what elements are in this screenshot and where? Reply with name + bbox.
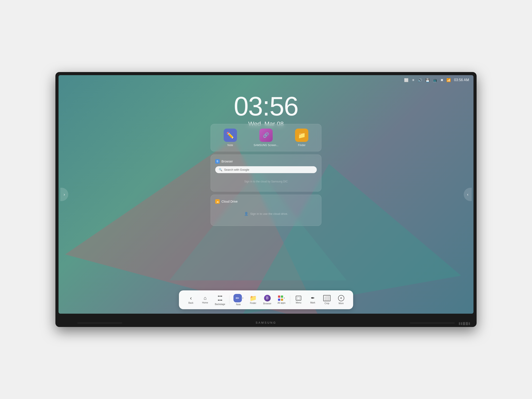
- more-label: More: [338, 302, 344, 304]
- cloud-drive-header-icon: ☁: [215, 199, 220, 204]
- volume-icon: 🔊: [418, 78, 422, 82]
- cloud-drive-title: Cloud Drive: [222, 200, 238, 203]
- taskbar-finder[interactable]: 📁 Finder: [247, 294, 260, 306]
- cloud-user-icon: 👤: [244, 212, 248, 216]
- allapps-label: All apps: [278, 302, 285, 304]
- browser-label: Browser: [263, 302, 272, 305]
- crop-label: Crop: [324, 302, 329, 304]
- mark-label: Mark: [310, 301, 315, 304]
- speaker-right: [410, 322, 454, 324]
- finder-app-label: Finder: [298, 144, 305, 147]
- menu-icon: ⬚: [296, 296, 301, 301]
- samsung-screen-icon: 🔗: [259, 129, 273, 142]
- speaker-left: [78, 322, 122, 324]
- browser-card: B Browser 🔍 Search with Google Sign in t…: [211, 154, 321, 191]
- search-placeholder: Search with Google: [224, 168, 313, 171]
- taskbar-crop[interactable]: ⬜ Crop: [320, 294, 334, 306]
- app-shortcuts-list: ✏️ Note 🔗 SAMSUNG Screen... 📁 Finder: [215, 129, 317, 147]
- taskbar-backstage[interactable]: ⦁⦁⦁⦁⦁⦁ Backstage: [213, 293, 228, 307]
- taskbar-back[interactable]: ‹ Back: [184, 294, 197, 305]
- finder-app-icon: 📁: [295, 129, 308, 142]
- note-app-icon: ✏️: [224, 129, 237, 142]
- tv-brand: SAMSUNG: [256, 321, 276, 324]
- search-bar[interactable]: 🔍 Search with Google: [215, 166, 317, 173]
- browser-placeholder-text: Sign in to the cloud by Samsung DIC: [244, 180, 288, 183]
- port-3: [469, 322, 470, 325]
- taskbar-allapps[interactable]: ▾ All apps: [275, 294, 288, 305]
- note-app-label: Note: [228, 144, 233, 147]
- browser-header-icon: B: [215, 159, 220, 164]
- tv-screen: ⬜ ☀ 🔊 💾 📺 ✖ 📶 03:56 AM › ‹ 03:56 Wed Mar…: [58, 75, 474, 314]
- backstage-icon: ⦁⦁⦁⦁⦁⦁: [218, 294, 222, 302]
- bluetooth-icon: ✖: [440, 78, 443, 82]
- app-item-samsung-screen[interactable]: 🔗 SAMSUNG Screen...: [253, 129, 279, 147]
- back-label: Back: [188, 302, 193, 304]
- port-usb-2: [466, 322, 468, 325]
- more-icon: +: [338, 295, 344, 301]
- note-icon-wrap: ✏: [234, 294, 242, 302]
- home-icon: ⌂: [203, 296, 206, 301]
- clock-time: 03:56: [234, 93, 298, 120]
- app-item-finder[interactable]: 📁 Finder: [295, 129, 308, 147]
- allapps-icon: [278, 296, 283, 301]
- tv-frame: ⬜ ☀ 🔊 💾 📺 ✖ 📶 03:56 AM › ‹ 03:56 Wed Mar…: [55, 72, 477, 327]
- finder-label: Finder: [250, 302, 256, 304]
- taskbar-browser[interactable]: B Browser: [261, 293, 274, 306]
- port-2: [461, 322, 462, 325]
- app-shortcuts-card: ✏️ Note 🔗 SAMSUNG Screen... 📁 Finder: [211, 124, 321, 151]
- note-label: Note: [236, 303, 241, 306]
- app-item-note[interactable]: ✏️ Note: [224, 129, 237, 147]
- cast-icon: 📺: [433, 78, 437, 82]
- cloud-drive-header: ☁ Cloud Drive: [215, 199, 317, 204]
- brightness-icon: ☀: [412, 78, 415, 82]
- port-usb-1: [463, 322, 465, 325]
- taskbar-home[interactable]: ⌂ Home: [198, 294, 212, 305]
- taskbar: ‹ Back ⌂ Home ⦁⦁⦁⦁⦁⦁ Backstage ✏ ▾ Note: [179, 290, 353, 309]
- ports-area: [459, 322, 470, 325]
- taskbar-menu[interactable]: ⬚ Menu: [292, 294, 305, 305]
- cloud-drive-content: 👤 Sign in to use the cloud drive.: [215, 206, 317, 221]
- main-content: ✏️ Note 🔗 SAMSUNG Screen... 📁 Finder: [211, 124, 321, 229]
- home-label: Home: [202, 301, 208, 304]
- taskbar-divider-1: [229, 296, 229, 304]
- menu-label: Menu: [296, 301, 301, 304]
- browser-icon: B: [264, 295, 271, 301]
- taskbar-more[interactable]: + More: [335, 294, 348, 306]
- note-chevron-icon: ▾: [242, 297, 243, 299]
- finder-icon: 📁: [250, 295, 257, 301]
- backstage-label: Backstage: [215, 303, 225, 305]
- samsung-screen-label: SAMSUNG Screen...: [253, 144, 279, 147]
- allapps-chevron-icon: ▾: [284, 297, 285, 299]
- clock-area: 03:56 Wed Mar 08: [234, 93, 298, 127]
- cloud-sign-in-text: Sign in to use the cloud drive.: [250, 212, 288, 215]
- wifi-icon: 📶: [446, 78, 451, 82]
- mark-icon: ✒: [311, 296, 315, 301]
- back-icon: ‹: [190, 296, 192, 301]
- crop-icon: ⬜: [323, 295, 330, 301]
- browser-card-header: B Browser: [215, 159, 317, 164]
- search-icon: 🔍: [219, 168, 222, 171]
- display-icon: ⬜: [404, 78, 409, 82]
- save-icon: 💾: [425, 78, 430, 82]
- status-time: 03:56 AM: [454, 78, 469, 82]
- status-bar: ⬜ ☀ 🔊 💾 📺 ✖ 📶 03:56 AM: [58, 75, 474, 85]
- port-1: [459, 322, 460, 325]
- browser-card-title: Browser: [222, 160, 233, 163]
- browser-content-area: Sign in to the cloud by Samsung DIC: [215, 176, 317, 187]
- cloud-drive-card: ☁ Cloud Drive 👤 Sign in to use the cloud…: [211, 195, 321, 226]
- taskbar-note[interactable]: ✏ ▾ Note: [231, 293, 246, 307]
- taskbar-mark[interactable]: ✒ Mark: [306, 294, 319, 305]
